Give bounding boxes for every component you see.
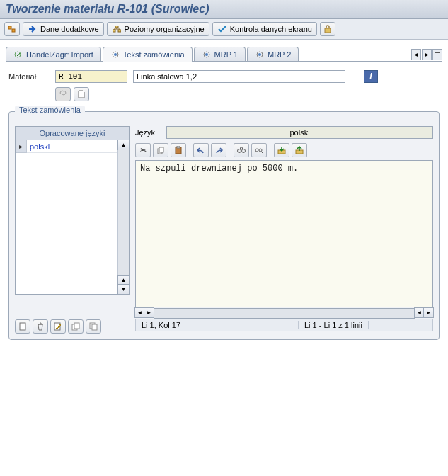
- copy-button[interactable]: [153, 143, 168, 157]
- svg-rect-13: [435, 52, 440, 53]
- svg-rect-21: [92, 324, 97, 330]
- svg-rect-19: [74, 323, 79, 329]
- binoculars-next-icon: [254, 145, 264, 155]
- status-position: Li 1, Kol 17: [136, 321, 299, 329]
- svg-rect-5: [325, 28, 331, 33]
- kontrola-label: Kontrola danych ekranu: [230, 25, 312, 33]
- svg-point-27: [242, 149, 246, 153]
- copy-icon: [71, 322, 81, 332]
- svg-rect-0: [8, 26, 11, 29]
- scroll-up-button[interactable]: ▲: [117, 140, 130, 150]
- editor-toolbar: ✂: [135, 143, 433, 157]
- new-doc-icon: [18, 322, 28, 332]
- svg-rect-14: [435, 55, 440, 55]
- scroll-track[interactable]: [118, 149, 129, 276]
- material-desc-input[interactable]: [133, 70, 345, 83]
- editor-hscroll: ◄ ► ◄ ►: [135, 308, 433, 319]
- dane-dodatkowe-label: Dane dodatkowe: [40, 25, 99, 33]
- copy-icon: [156, 145, 166, 155]
- tab-strip: HandelZagr: Import Tekst zamówienia MRP …: [6, 47, 442, 62]
- svg-point-8: [114, 53, 117, 56]
- tab-handel-label: HandelZagr: Import: [26, 50, 93, 59]
- material-input[interactable]: [55, 70, 127, 83]
- tab-handel-import[interactable]: HandelZagr: Import: [6, 47, 101, 62]
- tab-tekst-zamowienia[interactable]: Tekst zamówienia: [103, 47, 193, 62]
- link-icon: [58, 89, 68, 99]
- org-icon: [112, 24, 122, 34]
- svg-rect-1: [12, 29, 15, 32]
- status-range: Li 1 - Li 1 z 1 linii: [299, 321, 369, 329]
- redo-icon: [214, 145, 224, 155]
- languages-column: Opracowane języki ▸ polski ▲ ▲ ▼: [15, 126, 130, 334]
- text-editor[interactable]: [135, 160, 433, 307]
- list-item[interactable]: ▸ polski: [16, 140, 117, 153]
- tab-list-button[interactable]: [432, 49, 442, 60]
- redo-button[interactable]: [211, 143, 226, 157]
- poziomy-org-button[interactable]: Poziomy organizacyjne: [107, 22, 209, 36]
- row-marker-icon: ▸: [16, 140, 27, 153]
- delete-button[interactable]: [33, 319, 48, 334]
- editor-status: Li 1, Kol 17 Li 1 - Li 1 z 1 linii: [135, 319, 433, 332]
- tekst-zamowienia-group: Tekst zamówienia Opracowane języki ▸ pol…: [8, 111, 440, 340]
- find-next-button[interactable]: [251, 143, 267, 157]
- svg-point-29: [259, 149, 262, 152]
- lang-label: Język: [135, 128, 155, 137]
- load-icon: [277, 145, 287, 155]
- language-cell[interactable]: polski: [27, 140, 117, 153]
- arrow-right-icon: [28, 24, 38, 34]
- editor-wrap: ◄ ► ◄ ► Li 1, Kol 17 Li 1 - Li 1 z 1 lin…: [135, 160, 433, 332]
- tab-mrp1-label: MRP 1: [214, 50, 238, 59]
- check-icon: [217, 24, 227, 34]
- languages-header: Opracowane języki: [15, 126, 130, 140]
- tab-mrp2[interactable]: MRP 2: [247, 47, 299, 62]
- cut-button[interactable]: ✂: [135, 143, 151, 157]
- clipboard-icon: [173, 145, 183, 155]
- info-button[interactable]: i: [364, 70, 378, 83]
- find-button[interactable]: [234, 143, 249, 157]
- scroll-down2-button[interactable]: ▼: [117, 284, 130, 295]
- copy-out-button[interactable]: [86, 319, 101, 334]
- tab-nav: ◄ ►: [411, 49, 442, 60]
- hscroll-left2-button[interactable]: ►: [144, 307, 154, 318]
- tab-radio-icon: [202, 50, 212, 60]
- save-icon: [294, 145, 304, 155]
- paste-button[interactable]: [171, 143, 186, 157]
- undo-button[interactable]: [193, 143, 209, 157]
- tab-next-button[interactable]: ►: [422, 49, 432, 60]
- new-button[interactable]: [15, 319, 30, 334]
- languages-list[interactable]: ▸ polski ▲ ▲ ▼: [15, 140, 130, 295]
- kontrola-button[interactable]: Kontrola danych ekranu: [212, 22, 317, 36]
- dane-dodatkowe-button[interactable]: Dane dodatkowe: [23, 22, 104, 36]
- hscroll-track[interactable]: [154, 308, 415, 319]
- lock-icon: [323, 24, 332, 34]
- undo-icon: [196, 145, 206, 155]
- svg-point-12: [258, 53, 261, 56]
- tab-tekst-label: Tekst zamówienia: [123, 50, 185, 59]
- lock-button[interactable]: [320, 22, 335, 36]
- lang-value: polski: [166, 126, 433, 139]
- hscroll-right2-button[interactable]: ►: [423, 307, 434, 318]
- copy2-icon: [88, 322, 98, 332]
- poziomy-org-label: Poziomy organizacyjne: [125, 25, 205, 33]
- tab-mrp1[interactable]: MRP 1: [194, 47, 246, 62]
- switch-icon: [8, 24, 16, 34]
- edit-button[interactable]: [50, 319, 66, 334]
- copy-in-button[interactable]: [68, 319, 84, 334]
- tab-mrp2-label: MRP 2: [268, 50, 291, 59]
- svg-point-26: [238, 149, 241, 153]
- scissors-icon: ✂: [138, 145, 148, 155]
- tab-prev-button[interactable]: ◄: [411, 49, 421, 60]
- tab-check-icon: [13, 50, 23, 60]
- svg-rect-15: [435, 57, 440, 57]
- save-button[interactable]: [292, 143, 307, 157]
- binoculars-icon: [236, 145, 246, 155]
- list-vscroll: ▲ ▲ ▼: [117, 140, 129, 294]
- content-area: HandelZagr: Import Tekst zamówienia MRP …: [0, 40, 448, 347]
- load-button[interactable]: [274, 143, 289, 157]
- toggle-button[interactable]: [4, 22, 20, 36]
- doc-button[interactable]: [74, 87, 89, 101]
- svg-point-6: [15, 52, 21, 57]
- svg-rect-16: [20, 323, 25, 330]
- left-actions: [15, 319, 130, 334]
- title-bar: Tworzenie materiału R-101 (Surowiec): [0, 0, 448, 19]
